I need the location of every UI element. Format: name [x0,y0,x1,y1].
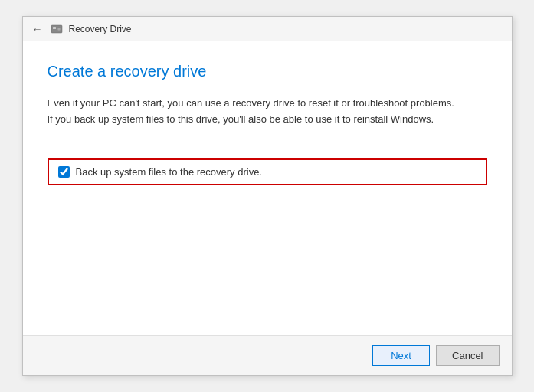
recovery-drive-icon [51,23,63,35]
title-bar: ← Recovery Drive [23,17,512,41]
backup-checkbox-container: Back up system files to the recovery dri… [48,158,487,185]
footer: Next Cancel [23,335,512,375]
page-title: Create a recovery drive [48,63,487,80]
page-description: Even if your PC can't start, you can use… [48,96,461,128]
next-button[interactable]: Next [372,345,430,366]
svg-rect-1 [53,27,56,29]
svg-point-2 [57,28,61,31]
main-content: Create a recovery drive Even if your PC … [23,41,512,335]
recovery-drive-window: ← Recovery Drive Create a recovery drive… [22,16,513,376]
cancel-button[interactable]: Cancel [436,345,499,366]
backup-checkbox[interactable] [58,166,70,178]
back-button[interactable]: ← [31,22,44,36]
title-bar-text: Recovery Drive [69,24,132,34]
backup-checkbox-label[interactable]: Back up system files to the recovery dri… [76,166,262,178]
